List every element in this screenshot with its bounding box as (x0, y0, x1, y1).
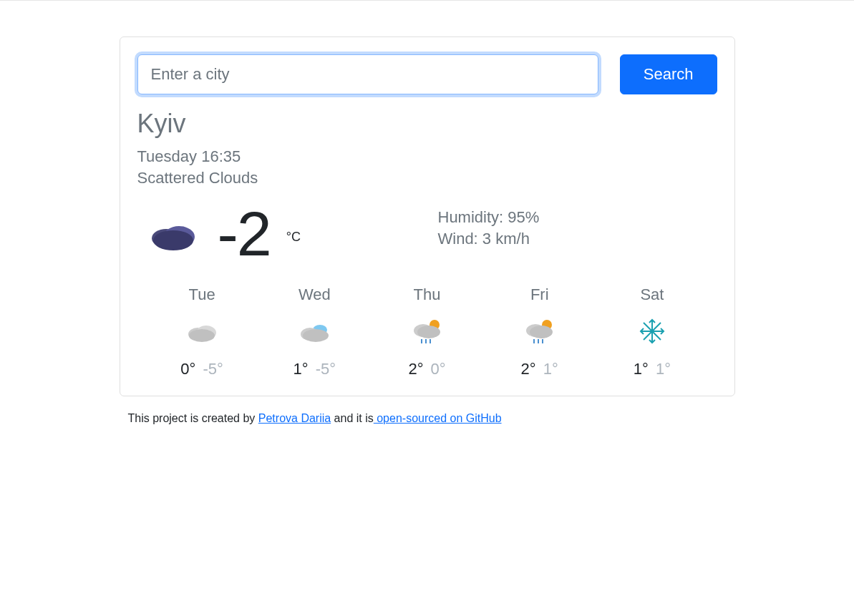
cloud-icon (146, 313, 258, 350)
day-label: Thu (371, 285, 483, 304)
search-button[interactable]: Search (620, 54, 717, 94)
temp-high: 1° (634, 360, 649, 378)
temp-low: -5° (203, 360, 223, 378)
search-row: Search (137, 54, 717, 94)
weather-description: Scattered Clouds (137, 167, 717, 189)
datetime: Tuesday 16:35 (137, 146, 717, 167)
temp-high: 1° (293, 360, 309, 378)
day-label: Fri (483, 285, 596, 304)
city-name: Kyiv (137, 109, 717, 139)
current-temp: -2 (218, 202, 271, 265)
svg-point-11 (417, 326, 440, 338)
temp-low: 0° (431, 360, 446, 378)
temp-unit: °C (286, 230, 301, 245)
temp-low: 1° (543, 360, 558, 378)
rain-sun-icon (371, 313, 483, 350)
temp-high: 0° (180, 360, 195, 378)
author-link[interactable]: Petrova Dariia (258, 412, 331, 424)
current-weather-icon (137, 217, 202, 251)
github-link[interactable]: open-sourced on GitHub (374, 412, 502, 424)
svg-point-5 (189, 329, 215, 342)
forecast-day: Tue 0° -5° (146, 285, 258, 378)
day-label: Sat (596, 285, 708, 304)
temp-high: 2° (408, 360, 423, 378)
temp-low: -5° (316, 360, 336, 378)
forecast-day: Wed 1° -5° (258, 285, 371, 378)
city-input[interactable] (137, 54, 598, 94)
svg-point-2 (153, 230, 193, 250)
temp-low: 1° (656, 360, 671, 378)
humidity-value: 95% (508, 208, 539, 226)
current-conditions: -2 °C Humidity: 95% Wind: 3 km/h (137, 202, 717, 265)
temp-high: 2° (521, 360, 536, 378)
footer-text: This project is created by Petrova Darii… (120, 412, 735, 425)
forecast-day: Fri 2° 1° (483, 285, 596, 378)
footer-mid: and it is (331, 412, 374, 424)
rain-sun-icon (483, 313, 596, 350)
forecast-row: Tue 0° -5° Wed (137, 285, 717, 378)
weather-card: Search Kyiv Tuesday 16:35 Scattered Clou… (120, 36, 735, 396)
weather-stats: Humidity: 95% Wind: 3 km/h (438, 207, 540, 249)
day-label: Tue (146, 285, 258, 304)
humidity-label: Humidity: (438, 208, 508, 226)
forecast-day: Thu 2° 0° (371, 285, 483, 378)
day-label: Wed (258, 285, 371, 304)
snowflake-icon (596, 313, 708, 350)
cloud-blue-icon (258, 313, 371, 350)
svg-point-8 (303, 329, 329, 342)
wind-value: 3 km/h (482, 230, 530, 248)
footer-prefix: This project is created by (128, 412, 258, 424)
meta-block: Tuesday 16:35 Scattered Clouds (137, 146, 717, 188)
wind-label: Wind: (438, 230, 482, 248)
svg-point-17 (530, 326, 553, 338)
forecast-day: Sat (596, 285, 708, 378)
